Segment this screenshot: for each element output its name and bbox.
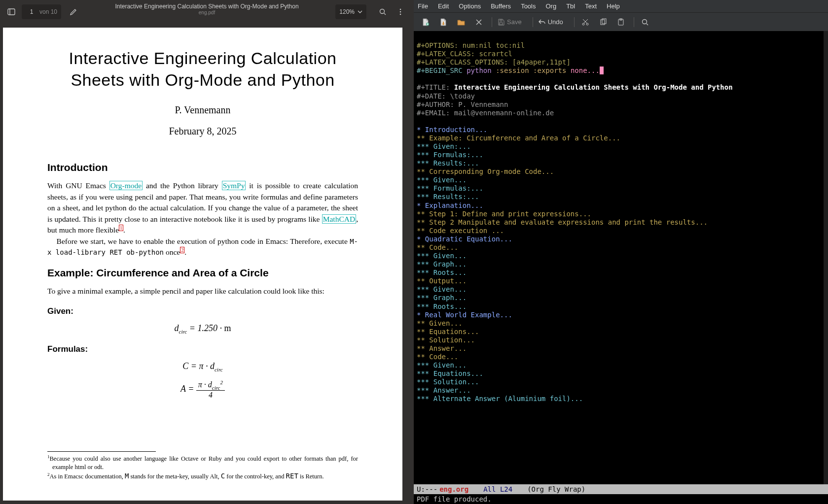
svg-rect-14: [618, 19, 623, 25]
link-mathcad[interactable]: MathCAD: [322, 214, 356, 224]
org-heading-l3[interactable]: *** Given...: [417, 252, 825, 260]
emacs-toolbar: Save Undo: [414, 12, 828, 31]
search-button[interactable]: [375, 4, 390, 19]
zoom-value: 120%: [339, 8, 355, 15]
org-heading-l3[interactable]: *** Given:...: [417, 142, 825, 151]
org-heading-l3[interactable]: *** Roots...: [417, 269, 825, 277]
footnote-ref-2[interactable]: 2: [180, 247, 184, 253]
org-heading-l2[interactable]: ** Given...: [417, 319, 825, 328]
menu-help[interactable]: Help: [607, 2, 620, 10]
org-outline: * Introduction...** Example: Circumferen…: [417, 126, 825, 403]
pdf-scroll-area[interactable]: Interactive Engineering Calculation Shee…: [0, 24, 414, 504]
modeline-position: All L24: [483, 485, 512, 493]
separator: [492, 17, 492, 27]
org-heading-l3[interactable]: *** Equations...: [417, 370, 825, 378]
heading-formulas: Formulas:: [47, 344, 358, 354]
menu-tbl[interactable]: Tbl: [566, 2, 575, 10]
pencil-icon: [70, 8, 77, 16]
close-button[interactable]: [471, 15, 487, 29]
formula-area: A = π · dcirc24: [47, 379, 358, 400]
pdf-toolbar: von 10 Interactive Engineering Calculati…: [0, 0, 414, 24]
org-heading-l3[interactable]: *** Results:...: [417, 159, 825, 168]
text: is Return.: [298, 473, 324, 480]
copy-button[interactable]: [595, 15, 611, 29]
undo-button[interactable]: Undo: [536, 15, 569, 29]
separator: [533, 17, 533, 27]
org-heading-l2[interactable]: ** Corresponding Org-mode Code...: [417, 168, 825, 176]
org-heading-l2[interactable]: ** Answer...: [417, 344, 825, 353]
org-heading-l1[interactable]: * Introduction...: [417, 126, 825, 134]
save-button[interactable]: Save: [495, 15, 528, 29]
paste-button[interactable]: [613, 15, 629, 29]
svg-rect-0: [8, 9, 15, 15]
keyword: #+TITLE:: [417, 83, 454, 91]
org-heading-l3[interactable]: *** Given...: [417, 361, 825, 370]
org-heading-l3[interactable]: *** Answer...: [417, 386, 825, 395]
menu-buffers[interactable]: Buffers: [491, 2, 511, 10]
org-heading-l3[interactable]: *** Formulas:...: [417, 151, 825, 159]
org-heading-l1[interactable]: * Quadratic Equation...: [417, 235, 825, 243]
emacs-buffer[interactable]: #+OPTIONS: num:nil toc:nil #+LATEX_CLASS…: [414, 31, 828, 484]
org-heading-l2[interactable]: ** Output...: [417, 277, 825, 285]
menu-edit[interactable]: Edit: [438, 2, 449, 10]
search-icon: [379, 8, 387, 16]
pdf-viewer-pane: von 10 Interactive Engineering Calculati…: [0, 0, 414, 504]
org-heading-l3[interactable]: *** Alternate Answer (Aluminium foil)...: [417, 395, 825, 403]
org-heading-l1[interactable]: * Real World Example...: [417, 311, 825, 319]
org-heading-l2[interactable]: ** Code...: [417, 353, 825, 361]
chevron-down-icon: [358, 9, 362, 14]
org-heading-l3[interactable]: *** Given...: [417, 285, 825, 294]
org-heading-l3[interactable]: *** Graph...: [417, 260, 825, 269]
text: stands for the meta-key, usually Alt,: [129, 473, 220, 480]
toolbar-search-button[interactable]: [637, 15, 653, 29]
cut-button[interactable]: [577, 15, 593, 29]
org-heading-l1[interactable]: * Explanation...: [417, 202, 825, 210]
link-org-mode[interactable]: Org-mode: [109, 181, 143, 190]
org-heading-l3[interactable]: *** Roots...: [417, 302, 825, 311]
org-heading-l3[interactable]: *** Results:...: [417, 193, 825, 201]
keyword: #+BEGIN_SRC: [417, 67, 463, 74]
sidebar-toggle-button[interactable]: [4, 4, 19, 19]
menu-tools[interactable]: Tools: [521, 2, 536, 10]
open-file-button[interactable]: [435, 15, 451, 29]
footnote-2: 2As in Emacsc documentation, M stands fo…: [47, 471, 358, 481]
modeline-filename: eng.org: [439, 485, 468, 493]
open-folder-button[interactable]: [453, 15, 469, 29]
org-heading-l3[interactable]: *** Given...: [417, 176, 825, 184]
zoom-field[interactable]: 120%: [335, 4, 366, 19]
link-sympy[interactable]: SymPy: [222, 181, 246, 190]
org-heading-l2[interactable]: ** Example: Circumference and Area of a …: [417, 134, 825, 142]
svg-point-4: [400, 9, 401, 10]
lang: python: [463, 67, 492, 74]
org-heading-l2[interactable]: ** Code execution ...: [417, 227, 825, 235]
org-heading-l2[interactable]: ** Equations...: [417, 328, 825, 336]
org-heading-l3[interactable]: *** Solution...: [417, 378, 825, 386]
menu-button[interactable]: [393, 4, 408, 19]
org-heading-l3[interactable]: *** Graph...: [417, 294, 825, 302]
modeline-modes: (Org Fly Wrap): [527, 485, 585, 493]
menu-org[interactable]: Org: [545, 2, 556, 10]
args: :session :exports: [492, 67, 567, 74]
document-title: Interactive Engineering Calculation Shee…: [115, 3, 298, 10]
page-number-input[interactable]: [26, 8, 37, 15]
footnote-ref-1[interactable]: 1: [119, 225, 123, 231]
doc-author: P. Vennemann: [47, 104, 358, 116]
annotate-button[interactable]: [66, 4, 81, 19]
org-author-line: #+AUTHOR: P. Vennemann: [417, 101, 508, 108]
new-file-button[interactable]: [418, 15, 433, 29]
emacs-modeline[interactable]: U:--- eng.org All L24 (Org Fly Wrap): [414, 484, 828, 494]
menu-options[interactable]: Options: [459, 2, 481, 10]
emacs-minibuffer[interactable]: PDF file produced.: [414, 494, 828, 504]
org-heading-l3[interactable]: *** Formulas:...: [417, 184, 825, 193]
page-number-field[interactable]: von 10: [22, 4, 61, 19]
org-heading-l2[interactable]: ** Step 2 Manipulate and evaluate expres…: [417, 218, 825, 227]
org-heading-l2[interactable]: ** Code...: [417, 243, 825, 252]
heading-introduction: Introduction: [47, 162, 358, 173]
org-heading-l2[interactable]: ** Step 1: Define and print expressions.…: [417, 210, 825, 218]
svg-point-5: [400, 11, 401, 13]
org-heading-l2[interactable]: ** Solution...: [417, 336, 825, 344]
scrollbar[interactable]: [824, 31, 828, 484]
document-title-block: Interactive Engineering Calculation Shee…: [115, 3, 298, 15]
menu-file[interactable]: File: [418, 2, 428, 10]
menu-text[interactable]: Text: [585, 2, 597, 10]
